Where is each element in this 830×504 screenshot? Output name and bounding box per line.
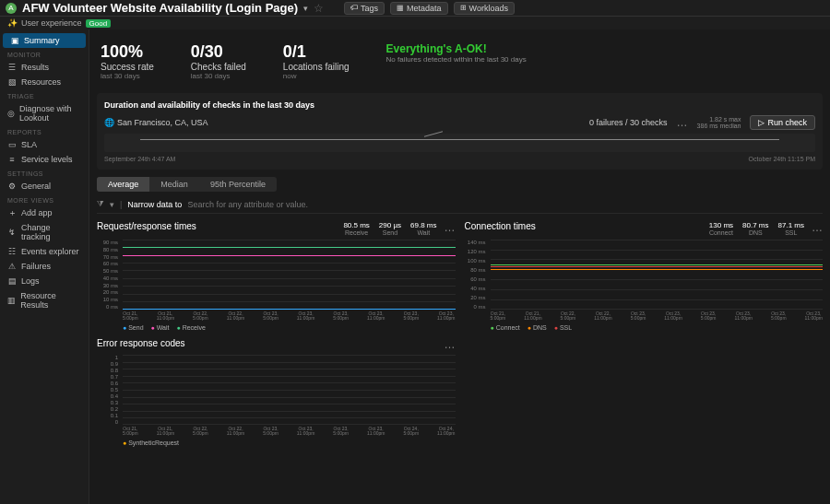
sla-icon: ▭	[7, 140, 17, 149]
location-text: San Francisco, CA, USA	[117, 118, 208, 127]
narrow-label: Narrow data to	[127, 200, 182, 209]
legend-connect[interactable]: Connect	[491, 324, 520, 331]
diagnose-icon: ◎	[7, 109, 15, 118]
kpi-success: 100% Success rate last 30 days	[101, 42, 154, 80]
funnel-icon[interactable]: ⧩	[97, 199, 104, 209]
events-icon: ☷	[7, 247, 17, 256]
failures-text: 0 failures / 30 checks	[589, 118, 668, 127]
request-response-chart: Request/response times 80.5 msReceive 29…	[97, 221, 456, 331]
kpi-value: 0/30	[191, 42, 246, 62]
metric-ssl: 87.1 ms	[778, 221, 804, 229]
sidebar-item-sla[interactable]: ▭SLA	[0, 137, 89, 152]
metric-send: 290 µs	[379, 221, 401, 229]
chart-title-text: Error response codes	[97, 338, 185, 348]
sidebar-label: Change tracking	[21, 223, 81, 241]
metric-label: DNS	[742, 229, 768, 236]
workloads-pill[interactable]: ⊞Workloads	[454, 2, 515, 15]
sidebar-label: Resources	[21, 77, 61, 87]
chart-title-text: Connection times	[465, 221, 536, 231]
legend-synthetic[interactable]: SyntheticRequest	[123, 440, 179, 446]
kpi-aok: Everything's A-OK! No failures detected …	[386, 42, 527, 80]
plus-icon: ＋	[7, 208, 17, 217]
tags-label: Tags	[361, 4, 378, 13]
play-icon: ▷	[758, 118, 765, 127]
ux-label: User experience	[21, 18, 82, 28]
run-check-button[interactable]: ▷Run check	[750, 115, 815, 130]
more-icon[interactable]: …	[445, 221, 456, 234]
metadata-pill[interactable]: ▦Metadata	[390, 2, 448, 15]
sidebar-item-change-tracking[interactable]: ↯Change tracking	[0, 220, 89, 244]
change-icon: ↯	[7, 228, 17, 237]
legend-receive[interactable]: Receive	[176, 324, 205, 331]
sidebar-label: General	[21, 182, 51, 191]
sidebar-item-summary[interactable]: ▣Summary	[3, 33, 86, 48]
duration-heading: Duration and availability of checks in t…	[104, 100, 815, 110]
sidebar: ▣Summary MONITOR ☰Results ▧Resources TRI…	[0, 29, 89, 504]
sidebar-item-events-explorer[interactable]: ☷Events explorer	[0, 244, 89, 259]
aok-sub: No failures detected within the last 30 …	[386, 55, 527, 64]
metric-label: SSL	[778, 229, 804, 236]
sidebar-label: Resource Results	[20, 291, 81, 310]
sparkle-icon: ✨	[7, 18, 18, 28]
sidebar-label: SLA	[21, 140, 37, 149]
resource-results-icon: ▥	[7, 296, 16, 305]
kpi-label: Locations failing	[283, 62, 350, 72]
gear-icon: ⚙	[7, 182, 17, 191]
tags-pill[interactable]: 🏷Tags	[344, 2, 385, 15]
run-check-label: Run check	[767, 118, 807, 127]
duration-sparkline	[104, 134, 815, 152]
legend-ssl[interactable]: SSL	[554, 324, 572, 331]
sidebar-label: Logs	[21, 276, 40, 286]
sidebar-section-settings: SETTINGS	[0, 167, 89, 179]
sidebar-item-resources[interactable]: ▧Resources	[0, 75, 89, 89]
spark-start: September 24th 4:47 AM	[104, 156, 175, 162]
kpi-label: Checks failed	[191, 62, 246, 72]
sidebar-item-failures[interactable]: ⚠Failures	[0, 259, 89, 274]
sidebar-item-diagnose[interactable]: ◎Diagnose with Lookout	[0, 101, 89, 125]
duration-stats: 1.82 s max 386 ms median	[697, 116, 741, 129]
kpi-row: 100% Success rate last 30 days 0/30 Chec…	[97, 37, 823, 93]
metric-label: Send	[379, 229, 401, 236]
chart-title-text: Request/response times	[97, 221, 196, 231]
failures-icon: ⚠	[7, 262, 17, 271]
sidebar-label: Summary	[24, 36, 60, 45]
metric-wait: 69.8 ms	[410, 221, 436, 229]
sidebar-item-add-app[interactable]: ＋Add app	[0, 205, 89, 220]
sidebar-label: Service levels	[21, 155, 73, 164]
tab-median[interactable]: Median	[149, 177, 199, 192]
sidebar-label: Diagnose with Lookout	[19, 104, 81, 123]
legend-send[interactable]: Send	[123, 324, 144, 331]
sidebar-label: Failures	[21, 262, 51, 271]
page-title: AFW Volunteer Website Availability (Logi…	[22, 1, 298, 15]
star-icon[interactable]: ☆	[314, 2, 324, 15]
kpi-sublabel: last 30 days	[101, 72, 154, 80]
service-levels-icon: ≡	[7, 155, 17, 164]
tab-p95[interactable]: 95th Percentile	[199, 177, 277, 192]
results-icon: ☰	[7, 63, 17, 72]
sidebar-section-monitor: MONITOR	[0, 48, 89, 60]
legend-wait[interactable]: Wait	[151, 324, 170, 331]
metric-receive: 80.5 ms	[343, 221, 369, 229]
more-icon[interactable]: …	[812, 221, 823, 234]
chevron-down-icon[interactable]: ▾	[110, 200, 114, 209]
sidebar-section-triage: TRIAGE	[0, 89, 89, 101]
sidebar-label: Add app	[21, 208, 53, 217]
more-icon[interactable]: …	[445, 338, 456, 351]
sidebar-item-service-levels[interactable]: ≡Service levels	[0, 152, 89, 167]
legend-dns[interactable]: DNS	[528, 324, 547, 331]
sidebar-label: Results	[21, 63, 49, 72]
sidebar-item-resource-results[interactable]: ▥Resource Results	[0, 288, 89, 312]
kpi-locations: 0/1 Locations failing now	[283, 42, 350, 80]
stat-tabs: Average Median 95th Percentile	[97, 177, 277, 192]
sidebar-label: Events explorer	[21, 247, 79, 256]
chevron-down-icon[interactable]: ▾	[303, 4, 308, 13]
more-icon[interactable]: …	[677, 116, 688, 129]
tab-average[interactable]: Average	[97, 177, 149, 192]
sidebar-item-results[interactable]: ☰Results	[0, 60, 89, 75]
sidebar-item-general[interactable]: ⚙General	[0, 179, 89, 193]
aok-title: Everything's A-OK!	[386, 42, 527, 55]
main-content: 100% Success rate last 30 days 0/30 Chec…	[89, 29, 830, 504]
sidebar-item-logs[interactable]: ▤Logs	[0, 274, 89, 288]
filter-input[interactable]	[187, 200, 823, 209]
metric-label: Wait	[410, 229, 436, 236]
